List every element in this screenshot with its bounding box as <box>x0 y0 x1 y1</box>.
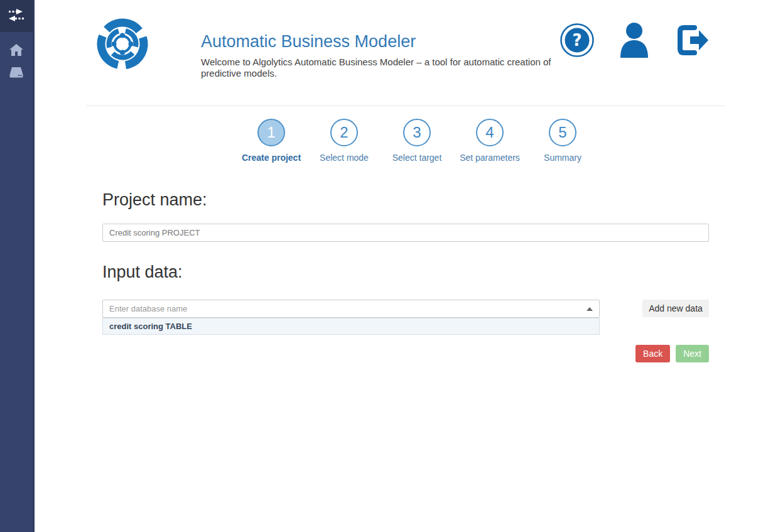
input-data-heading: Input data: <box>102 263 709 282</box>
input-data-row: credit scoring TABLE Add new data <box>102 300 709 318</box>
back-button[interactable]: Back <box>635 345 670 362</box>
next-button[interactable]: Next <box>676 345 709 362</box>
svg-text:?: ? <box>572 31 581 50</box>
sidebar-item-home[interactable] <box>0 40 34 63</box>
database-combobox: credit scoring TABLE <box>102 300 600 318</box>
user-icon[interactable] <box>619 22 650 60</box>
step-2-label: Select mode <box>314 152 374 163</box>
step-create-project[interactable]: 1 Create project <box>241 119 301 163</box>
project-name-input[interactable] <box>102 224 709 242</box>
sidebar <box>0 0 35 532</box>
create-project-form: Project name: Input data: credit scoring… <box>102 190 709 362</box>
header-actions: ? <box>560 22 710 60</box>
database-dropdown: credit scoring TABLE <box>102 318 600 335</box>
step-summary[interactable]: 5 Summary <box>532 119 593 163</box>
home-icon <box>9 44 23 59</box>
swap-arrows-icon <box>8 8 24 24</box>
step-select-target[interactable]: 3 Select target <box>387 119 447 163</box>
dropdown-option-credit-scoring-table[interactable]: credit scoring TABLE <box>103 318 599 334</box>
add-new-data-button[interactable]: Add new data <box>642 300 709 317</box>
caret-up-icon[interactable] <box>587 307 593 311</box>
sidebar-nav <box>0 32 33 85</box>
header: Automatic Business Modeler Welcome to Al… <box>86 0 725 106</box>
help-icon[interactable]: ? <box>560 23 594 60</box>
step-1-circle[interactable]: 1 <box>257 119 285 146</box>
main-content: Automatic Business Modeler Welcome to Al… <box>35 0 773 362</box>
step-2-circle[interactable]: 2 <box>330 119 358 146</box>
step-1-label: Create project <box>241 152 301 163</box>
step-set-parameters[interactable]: 4 Set parameters <box>460 119 520 163</box>
step-5-label: Summary <box>532 152 593 163</box>
sidebar-item-data[interactable] <box>0 63 34 85</box>
project-name-heading: Project name: <box>102 190 709 210</box>
step-3-label: Select target <box>387 152 447 163</box>
page-subtitle: Welcome to Algolytics Automatic Business… <box>201 57 562 79</box>
sidebar-toggle[interactable] <box>0 0 33 32</box>
wizard-stepper: 1 Create project 2 Select mode 3 Select … <box>86 119 725 163</box>
step-5-circle[interactable]: 5 <box>549 119 576 146</box>
logout-icon[interactable] <box>674 23 710 60</box>
step-select-mode[interactable]: 2 Select mode <box>314 119 374 163</box>
step-4-circle[interactable]: 4 <box>476 119 504 146</box>
page-title: Automatic Business Modeler <box>201 33 562 52</box>
step-4-label: Set parameters <box>460 152 520 163</box>
drive-icon <box>9 67 23 81</box>
app-logo-icon <box>94 16 151 72</box>
step-3-circle[interactable]: 3 <box>403 119 431 146</box>
wizard-nav-buttons: Back Next <box>102 345 709 362</box>
header-text: Automatic Business Modeler Welcome to Al… <box>201 33 562 79</box>
database-search-input[interactable] <box>102 300 600 318</box>
